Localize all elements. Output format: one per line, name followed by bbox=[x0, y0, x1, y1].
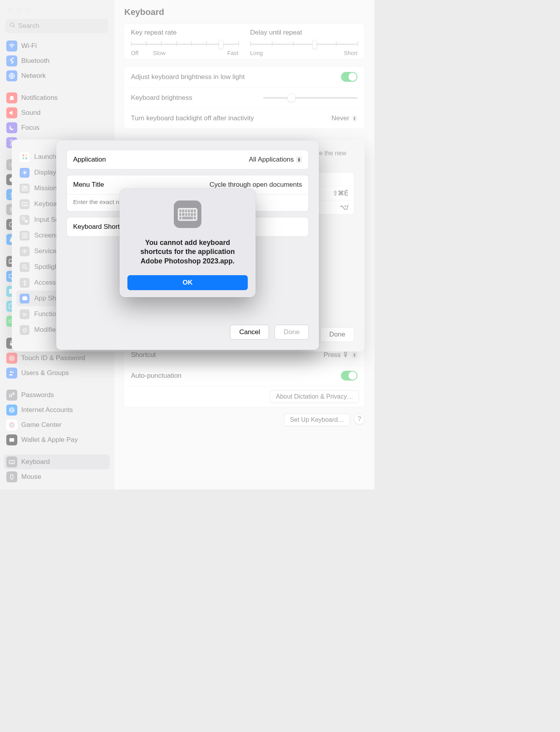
delay-slider[interactable] bbox=[250, 40, 357, 48]
sidebar-item-label: Notifications bbox=[21, 94, 58, 102]
svg-point-26 bbox=[9, 423, 14, 427]
sidebar-item-mouse[interactable]: Mouse bbox=[4, 469, 110, 484]
backlight-select[interactable]: Never ▲▼ bbox=[332, 114, 357, 122]
sidebar-item-touch-id-password[interactable]: Touch ID & Password bbox=[4, 351, 110, 366]
autopunct-label: Auto-punctuation bbox=[131, 372, 182, 380]
window-controls bbox=[8, 8, 30, 13]
ok-button[interactable]: OK bbox=[127, 275, 248, 290]
sidebar-item-label: Keyboard bbox=[21, 458, 50, 466]
svg-rect-41 bbox=[25, 220, 27, 223]
adjust-brightness-toggle[interactable] bbox=[341, 72, 357, 82]
menu-title-input[interactable] bbox=[142, 181, 302, 189]
sidebar-item-label: Touch ID & Password bbox=[21, 354, 85, 362]
sidebar-item-label: Network bbox=[21, 72, 46, 80]
repeat-panel: Key repeat rate Off Slow Fast bbox=[123, 24, 365, 60]
chevron-updown-icon: ▲▼ bbox=[352, 351, 357, 359]
sidebar-item-notifications[interactable]: Notifications bbox=[4, 90, 110, 105]
shortcuts-done-button[interactable]: Done bbox=[320, 327, 354, 342]
mouse-icon bbox=[6, 471, 17, 482]
search-icon bbox=[9, 22, 16, 30]
shortcut-select[interactable]: Press 🎙 ▲▼ bbox=[324, 351, 357, 359]
wifi-icon bbox=[6, 40, 17, 51]
label-off: Off bbox=[131, 50, 138, 56]
minimize-dot[interactable] bbox=[17, 8, 22, 13]
key-repeat-slider[interactable] bbox=[131, 40, 238, 48]
shortcut-value: Press 🎙 bbox=[324, 351, 349, 359]
svg-point-24 bbox=[9, 395, 12, 397]
label-long: Long bbox=[250, 50, 263, 56]
kb-icon bbox=[6, 456, 17, 467]
close-dot[interactable] bbox=[8, 8, 13, 13]
sidebar-item-users-groups[interactable]: Users & Groups bbox=[4, 366, 110, 381]
bell-icon bbox=[6, 92, 17, 103]
sidebar-item-label: Focus bbox=[21, 124, 39, 132]
svg-rect-37 bbox=[25, 186, 27, 188]
sound-icon bbox=[6, 107, 17, 118]
search-box[interactable] bbox=[6, 19, 108, 33]
footer-row: Set Up Keyboard… ? bbox=[123, 414, 365, 426]
sidebar-item-passwords[interactable]: Passwords bbox=[4, 388, 110, 403]
sidebar-item-wallet-apple-pay[interactable]: Wallet & Apple Pay bbox=[4, 432, 110, 447]
moon-icon bbox=[6, 122, 17, 133]
delay-label: Delay until repeat bbox=[250, 29, 357, 37]
sidebar-item-sound[interactable]: Sound bbox=[4, 105, 110, 120]
zoom-dot[interactable] bbox=[25, 8, 30, 13]
sidebar-item-label: Mouse bbox=[21, 473, 41, 481]
about-dictation-button[interactable]: About Dictation & Privacy… bbox=[270, 390, 359, 403]
help-button[interactable]: ? bbox=[354, 414, 365, 425]
globe-icon bbox=[6, 70, 17, 81]
users-icon bbox=[6, 368, 17, 379]
sidebar-item-label: Internet Accounts bbox=[21, 406, 73, 414]
autopunct-toggle[interactable] bbox=[341, 371, 357, 381]
brightness-slider[interactable] bbox=[263, 97, 357, 99]
svg-point-23 bbox=[12, 372, 14, 373]
done-button[interactable]: Done bbox=[274, 325, 309, 340]
setup-keyboard-button[interactable]: Set Up Keyboard… bbox=[284, 414, 350, 426]
svg-rect-47 bbox=[22, 297, 27, 300]
shortcut-keys: ⌥/ bbox=[340, 204, 348, 211]
key-repeat-block: Key repeat rate Off Slow Fast bbox=[131, 29, 238, 56]
adjust-brightness-label: Adjust keyboard brightness in low light bbox=[131, 73, 245, 81]
shortcuts-category-label: Display bbox=[34, 169, 56, 177]
svg-text:fn: fn bbox=[23, 312, 26, 316]
sidebar-item-network[interactable]: Network bbox=[4, 68, 110, 83]
delay-block: Delay until repeat Long Short bbox=[250, 29, 357, 56]
svg-rect-32 bbox=[25, 154, 27, 156]
application-value: All Applications bbox=[249, 156, 294, 164]
svg-point-20 bbox=[10, 357, 13, 360]
label-fast: Fast bbox=[227, 50, 238, 56]
label-slow: Slow bbox=[153, 50, 165, 56]
sidebar-item-keyboard[interactable]: Keyboard bbox=[4, 454, 110, 469]
brightness-panel: Adjust keyboard brightness in low light … bbox=[123, 66, 365, 129]
chevron-updown-icon: ▲▼ bbox=[352, 115, 357, 122]
cog-icon bbox=[20, 246, 29, 256]
cancel-button[interactable]: Cancel bbox=[230, 325, 269, 340]
svg-rect-33 bbox=[22, 158, 24, 160]
shortcut-keys: ⇧⌘É bbox=[333, 189, 348, 197]
sidebar-item-label: Game Center bbox=[21, 421, 61, 429]
alert-dialog: You cannot add keyboard shortcuts for th… bbox=[120, 189, 256, 297]
sidebar-item-game-center[interactable]: Game Center bbox=[4, 417, 110, 432]
key-icon bbox=[6, 390, 17, 401]
key-repeat-label: Key repeat rate bbox=[131, 29, 238, 37]
sidebar-item-internet-accounts[interactable]: Internet Accounts bbox=[4, 403, 110, 417]
svg-line-1 bbox=[13, 26, 15, 27]
sidebar-item-bluetooth[interactable]: Bluetooth bbox=[4, 53, 110, 68]
svg-point-2 bbox=[11, 47, 12, 48]
svg-point-44 bbox=[24, 250, 26, 252]
application-row[interactable]: Application All Applications ▲▼ bbox=[67, 150, 308, 169]
sidebar-item-label: Wi-Fi bbox=[21, 42, 37, 50]
grid-icon bbox=[20, 152, 29, 162]
svg-point-25 bbox=[11, 409, 13, 411]
mc-icon bbox=[20, 184, 29, 193]
sidebar-item-focus[interactable]: Focus bbox=[4, 120, 110, 135]
lang-icon bbox=[20, 215, 29, 225]
svg-rect-34 bbox=[25, 158, 27, 160]
svg-point-22 bbox=[10, 371, 12, 373]
mod-icon bbox=[20, 325, 29, 335]
svg-point-9 bbox=[10, 210, 11, 212]
search-input[interactable] bbox=[18, 22, 104, 30]
sidebar-item-wi-fi[interactable]: Wi-Fi bbox=[4, 39, 110, 53]
svg-point-45 bbox=[22, 265, 26, 268]
application-label: Application bbox=[73, 156, 106, 164]
